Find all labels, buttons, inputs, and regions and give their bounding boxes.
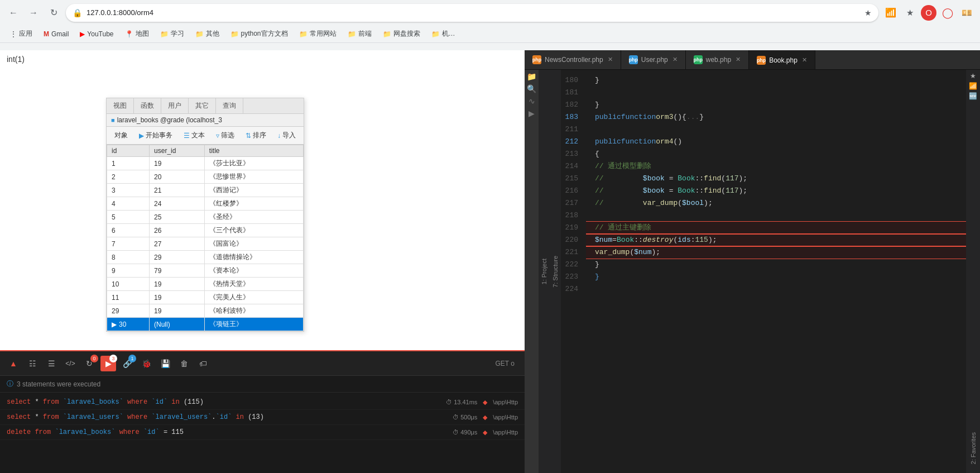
- sql-entry[interactable]: select * from `laravel_users` where `lar…: [0, 410, 525, 425]
- sql-icon-bug[interactable]: 🐞: [138, 356, 154, 371]
- rsb-icon-2[interactable]: 📶: [969, 82, 977, 90]
- wallet-button[interactable]: 💴: [959, 5, 974, 21]
- tab-close-web[interactable]: ✕: [736, 56, 741, 63]
- sql-text: select * from `laravel_books` where `id`…: [7, 398, 204, 406]
- table-row[interactable]: 424《红楼梦》: [107, 197, 304, 211]
- table-row[interactable]: 525《圣经》: [107, 211, 304, 224]
- table-row[interactable]: 2919《哈利波特》: [107, 304, 304, 318]
- tab-close-user[interactable]: ✕: [672, 56, 678, 63]
- bookmark-frontend[interactable]: 📁 前端: [343, 27, 376, 40]
- bookmarks-bar: ⋮ 应用 M Gmail ▶ YouTube 📍 地图 📁 学习 📁 其他 📁 …: [0, 25, 980, 43]
- db-btn-object[interactable]: 对象: [110, 129, 132, 142]
- sql-entry[interactable]: delete from `laravel_books` where `id` =…: [0, 425, 525, 440]
- right-sidebar: ★ 📶 🆕 2: Favorites: [966, 70, 980, 473]
- line-number: 215: [561, 173, 584, 185]
- tab-close-book[interactable]: ✕: [802, 56, 807, 64]
- line-number: 223: [561, 271, 584, 283]
- code-area[interactable]: } } public function orm3(){...} public f…: [586, 70, 966, 473]
- folder-icon-3: 📁: [230, 30, 239, 38]
- activity-explorer[interactable]: 📁: [527, 72, 536, 81]
- sql-icon-refresh[interactable]: ↻ 0: [81, 356, 97, 371]
- col-title[interactable]: title: [204, 145, 303, 157]
- db-btn-text[interactable]: ☰ 文本: [179, 129, 209, 142]
- table-row[interactable]: 626《三个代表》: [107, 224, 304, 237]
- profile-button[interactable]: O: [921, 5, 936, 21]
- address-bar[interactable]: 🔒 127.0.0.1:8000/orm4 ★: [66, 4, 878, 22]
- bookmark-gmail[interactable]: M Gmail: [39, 28, 73, 40]
- activity-git[interactable]: ∿: [529, 97, 535, 106]
- code-editor: php NewsController.php ✕ php User.php ✕ …: [525, 50, 980, 473]
- activity-search[interactable]: 🔍: [527, 84, 536, 93]
- sql-icon-flame[interactable]: ▲: [6, 356, 21, 371]
- db-tab-query[interactable]: 查询: [216, 98, 243, 113]
- table-row[interactable]: 321《西游记》: [107, 184, 304, 197]
- db-tab-other[interactable]: 其它: [189, 98, 216, 113]
- bookmark-common[interactable]: 📁 常用网站: [295, 27, 341, 40]
- db-tab-user[interactable]: 用户: [161, 98, 189, 113]
- sql-icon-grid[interactable]: ☷: [25, 356, 40, 371]
- db-btn-sort[interactable]: ⇅ 排序: [241, 129, 271, 142]
- bookmark-maps[interactable]: 📍 地图: [121, 27, 153, 40]
- tab-close-news[interactable]: ✕: [608, 56, 613, 63]
- back-button[interactable]: ←: [6, 5, 21, 21]
- bookmark-study[interactable]: 📁 学习: [156, 27, 189, 40]
- tab-web[interactable]: php web.php ✕: [686, 50, 749, 69]
- folder-icon-5: 📁: [348, 30, 356, 38]
- tab-book[interactable]: php Book.php ✕: [749, 50, 815, 69]
- sql-icon-trash[interactable]: 🗑: [176, 356, 192, 371]
- table-row[interactable]: 119《莎士比亚》: [107, 157, 304, 170]
- table-row[interactable]: 1019《热情天堂》: [107, 278, 304, 291]
- sql-icon-list[interactable]: ☰: [44, 356, 59, 371]
- bookmark-youtube[interactable]: ▶ YouTube: [75, 28, 118, 40]
- table-row[interactable]: 979《资本论》: [107, 264, 304, 278]
- table-row[interactable]: 1119《完美人生》: [107, 291, 304, 304]
- table-row[interactable]: 727《国富论》: [107, 237, 304, 251]
- sql-icon-link[interactable]: 🔗 1: [119, 356, 135, 371]
- get-badge: GET o: [496, 360, 519, 367]
- line-number: 218: [561, 209, 584, 222]
- db-btn-import[interactable]: ↓ 导入: [273, 129, 300, 142]
- sql-icon-save[interactable]: 💾: [157, 356, 173, 371]
- col-id[interactable]: id: [107, 145, 150, 157]
- sql-entry[interactable]: select * from `laravel_books` where `id`…: [0, 395, 525, 410]
- bookmark-python[interactable]: 📁 python官方文档: [226, 27, 292, 40]
- opera-button[interactable]: ◯: [940, 5, 955, 21]
- bookmark-button[interactable]: ★: [902, 5, 917, 21]
- db-btn-filter[interactable]: ▿ 筛选: [212, 129, 239, 142]
- db-btn-transaction[interactable]: ▶ 开始事务: [134, 129, 177, 142]
- db-panel-toolbar: 对象 ▶ 开始事务 ☰ 文本 ▿ 筛选 ⇅ 排序: [107, 127, 304, 145]
- tab-user[interactable]: php User.php ✕: [621, 50, 686, 69]
- sql-icon-active-red[interactable]: ▶ 3: [100, 356, 116, 371]
- bookmark-other[interactable]: 📁 其他: [191, 27, 224, 40]
- code-line: [586, 87, 966, 99]
- sql-icon-code[interactable]: </>: [63, 356, 78, 371]
- sql-badge-blue: 1: [128, 355, 136, 362]
- line-number: 217: [561, 197, 584, 209]
- reload-button[interactable]: ↻: [46, 5, 61, 21]
- sql-log-count: 3 statements were executed: [17, 380, 100, 388]
- db-table-container: id user_id title 119《莎士比亚》220《悲惨世界》321《西…: [107, 145, 304, 331]
- rsb-icon-3[interactable]: 🆕: [969, 92, 977, 100]
- bookmark-disk[interactable]: 📁 网盘搜索: [378, 27, 425, 40]
- col-user-id[interactable]: user_id: [150, 145, 205, 157]
- rsb-icon-1[interactable]: ★: [970, 72, 976, 80]
- activity-debug[interactable]: ▶: [529, 109, 535, 118]
- tab-newscontroller[interactable]: php NewsController.php ✕: [525, 50, 621, 69]
- table-row[interactable]: 829《道德情操论》: [107, 251, 304, 264]
- forward-button[interactable]: →: [26, 5, 41, 21]
- code-line: {: [586, 148, 966, 160]
- db-tab-func[interactable]: 函数: [134, 98, 161, 113]
- line-number: 214: [561, 160, 584, 173]
- bookmark-misc[interactable]: 📁 机…: [427, 27, 460, 40]
- code-line: // 通过模型删除: [586, 160, 966, 173]
- table-row[interactable]: 220《悲惨世界》: [107, 170, 304, 184]
- db-tab-view[interactable]: 视图: [107, 98, 134, 113]
- structure-label: 7: Structure: [550, 251, 561, 292]
- line-number: 181: [561, 87, 584, 99]
- table-row[interactable]: ▶30(Null)《项链王》: [107, 318, 304, 331]
- cast-button[interactable]: 📶: [883, 5, 899, 21]
- code-line: // var_dump($bool);: [586, 197, 966, 209]
- sql-icon-tag[interactable]: 🏷: [195, 356, 211, 371]
- bookmark-apps[interactable]: ⋮ 应用: [6, 27, 37, 40]
- tab-icon-web: php: [694, 55, 703, 64]
